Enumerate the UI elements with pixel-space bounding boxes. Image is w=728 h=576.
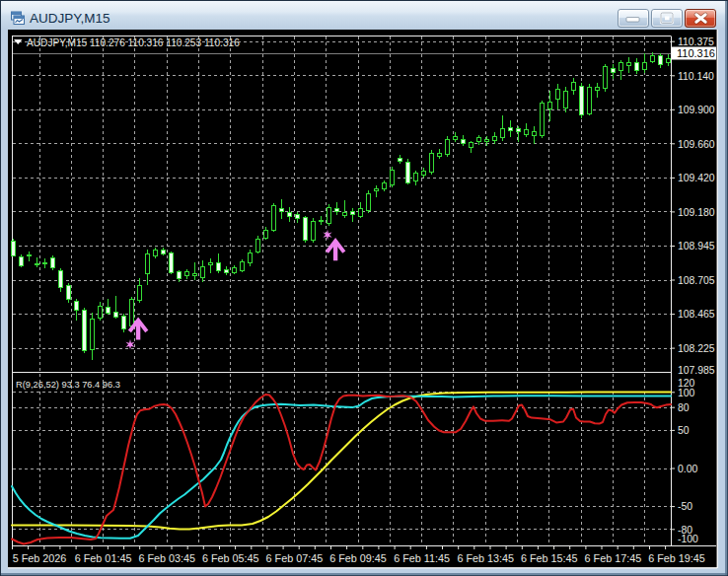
svg-text:6 Feb 19:45: 6 Feb 19:45	[648, 552, 705, 564]
svg-text:6 Feb 13:45: 6 Feb 13:45	[457, 552, 514, 564]
svg-text:109.420: 109.420	[678, 173, 715, 183]
svg-text:110.140: 110.140	[678, 71, 714, 82]
svg-text:110.375: 110.375	[678, 36, 714, 47]
svg-text:6 Feb 07:45: 6 Feb 07:45	[266, 552, 324, 564]
svg-text:6 Feb 17:45: 6 Feb 17:45	[585, 552, 642, 564]
svg-text:6 Feb 01:45: 6 Feb 01:45	[75, 552, 132, 564]
svg-text:5 Feb 2026: 5 Feb 2026	[13, 552, 67, 564]
svg-text:6 Feb 03:45: 6 Feb 03:45	[138, 552, 195, 564]
svg-text:109.900: 109.900	[678, 105, 715, 115]
svg-text:108.945: 108.945	[678, 241, 715, 252]
svg-text:6 Feb 09:45: 6 Feb 09:45	[329, 552, 387, 564]
svg-text:100: 100	[678, 388, 695, 398]
svg-text:6 Feb 11:45: 6 Feb 11:45	[394, 552, 450, 564]
svg-text:AUDJPY,M15: AUDJPY,M15	[30, 11, 110, 26]
svg-text:6 Feb 15:45: 6 Feb 15:45	[521, 552, 578, 564]
svg-text:108.705: 108.705	[678, 275, 715, 286]
svg-text:-50: -50	[678, 501, 692, 512]
svg-text:0.00: 0.00	[678, 464, 697, 474]
svg-text:108.225: 108.225	[678, 343, 715, 354]
svg-text:108.465: 108.465	[678, 309, 715, 320]
svg-text:6 Feb 05:45: 6 Feb 05:45	[202, 552, 259, 564]
svg-text:-100: -100	[678, 534, 698, 544]
svg-text:110.316: 110.316	[677, 47, 715, 59]
svg-text:80: 80	[678, 402, 690, 413]
svg-text:AUDJPY,M15 110.276 110.316 110: AUDJPY,M15 110.276 110.316 110.253 110.3…	[27, 37, 240, 48]
svg-text:109.180: 109.180	[678, 207, 715, 218]
svg-text:107.985: 107.985	[678, 365, 715, 376]
svg-text:109.660: 109.660	[678, 139, 715, 150]
svg-text:R(9,26,52) 93.3 76.4 96.3: R(9,26,52) 93.3 76.4 96.3	[16, 380, 120, 390]
svg-text:50: 50	[678, 425, 690, 436]
